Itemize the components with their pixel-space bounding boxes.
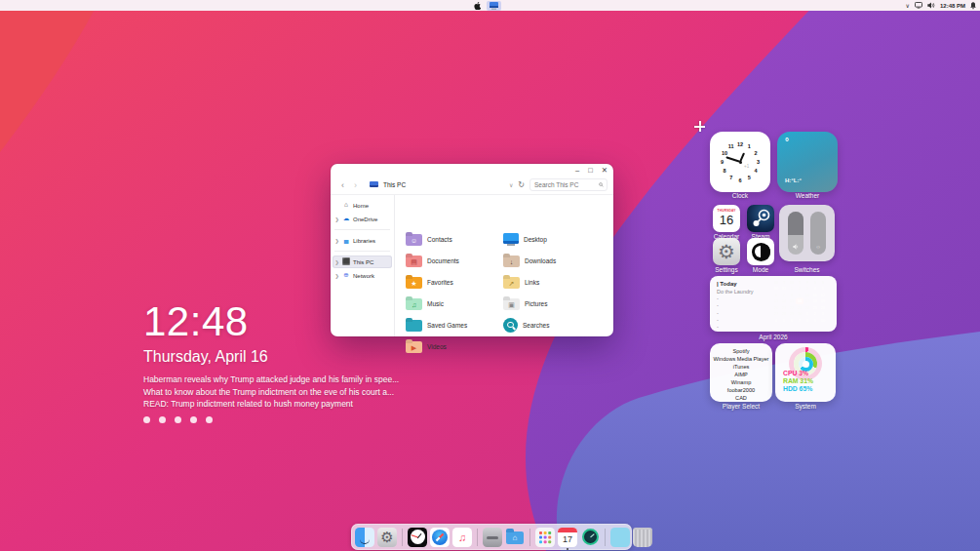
analog-clock-face: 121234567891011+1 [718,139,763,184]
forward-button[interactable]: › [349,180,362,190]
brightness-slider[interactable]: ☼ [810,212,826,255]
close-button[interactable]: ✕ [602,166,608,175]
player-option-windows-media-player[interactable]: Windows Media Player [710,355,772,363]
address-breadcrumb[interactable]: This PC [383,181,406,188]
volume-icon[interactable] [927,2,935,9]
dock-icon-calendar-app[interactable]: 17 [558,528,577,547]
dock-icon-launchpad[interactable] [535,528,555,547]
sidebar-item-home[interactable]: ⌂Home [333,199,392,212]
folder-item-documents[interactable]: ▤Documents [406,251,499,270]
agenda-event: - [717,310,754,317]
search-input[interactable] [534,181,599,188]
weather-widget[interactable]: ° H:°L:° [777,132,838,192]
dock-icon-trash[interactable] [633,528,652,547]
folder-item-searches[interactable]: Searches [503,315,597,335]
volume-slider[interactable] [788,212,804,255]
this-pc-icon: ⬛ [341,258,351,265]
folder-emblem: ↓ [503,256,520,268]
page-dot[interactable] [159,416,166,423]
dock-icon-finder[interactable] [355,528,374,547]
folder-item-contacts[interactable]: ☺Contacts [406,229,499,249]
favorites-folder-icon: ★ [406,277,422,289]
folder-item-music[interactable]: ♫Music [406,294,499,313]
page-dot[interactable] [175,416,181,423]
sidebar-item-network[interactable]: ❯⊕Network [333,269,392,282]
dock-icon-home-folder[interactable] [505,528,525,547]
notifications-bell-icon[interactable] [970,2,976,10]
player-select-widget[interactable]: SpotifyWindows Media PlayeriTunesAIMPWin… [710,343,772,402]
back-button[interactable]: ‹ [336,180,349,190]
folder-emblem: ▤ [406,256,422,268]
agenda-event: Do the Laundry [717,289,754,295]
minimize-button[interactable]: – [575,166,579,175]
folder-item-links[interactable]: ↗Links [503,272,597,292]
sidebar-item-libraries[interactable]: ❯▄Libraries [333,234,392,247]
expand-chevron-icon[interactable]: ❯ [333,216,341,222]
calendar-tile-widget[interactable]: THURSDAY 16 [713,205,740,232]
news-headline-1[interactable]: Haberman reveals why Trump attacked judg… [143,374,397,386]
search-box[interactable] [529,178,608,191]
page-dot[interactable] [206,416,213,423]
news-headline-3[interactable]: READ: Trump indictment related to hush m… [143,398,397,411]
pictures-folder-icon: ▣ [503,298,520,310]
news-headline-2[interactable]: What to know about the Trump indictment … [143,386,397,399]
maximize-button[interactable]: □ [588,166,593,175]
dock-icon-notes[interactable] [610,528,630,547]
chevron-down-icon[interactable]: ∨ [906,3,910,9]
explorer-titlebar[interactable]: – □ ✕ [331,164,613,176]
steam-widget[interactable] [747,205,774,232]
page-dot[interactable] [190,416,197,423]
folder-emblem: ▶ [406,342,422,354]
player-option-foobar2000[interactable]: foobar2000 [710,386,772,394]
dock-icon-safari[interactable] [430,528,450,547]
player-option-aimp[interactable]: AIMP [710,371,772,378]
clock-number: 9 [719,158,726,166]
hdd-usage: HDD 65% [783,385,812,392]
agenda-calendar-widget[interactable]: | Today Do the Laundry----- [710,276,837,332]
clock-widget[interactable]: 121234567891011+1 [710,132,770,192]
agenda-event: - [717,302,754,309]
apple-logo-icon[interactable] [474,2,481,10]
dock-icon-time-machine[interactable] [580,528,600,547]
sidebar-item-this-pc[interactable]: ❯⬛This PC [333,256,392,268]
expand-chevron-icon[interactable]: ❯ [333,273,341,279]
refresh-icon[interactable]: ↻ [518,180,525,189]
sidebar-item-onedrive[interactable]: ❯☁OneDrive [333,213,392,225]
menubar: ∨ 12:48 PM [0,0,980,11]
dock-icon-system-preferences[interactable]: ⚙ [377,528,397,547]
saved-games-folder-icon [406,320,422,332]
compass-icon [432,530,448,545]
dock-icon-hard-drive[interactable] [483,528,502,547]
player-option-spotify[interactable]: Spotify [710,347,772,355]
settings-widget[interactable]: ⚙ [713,238,740,265]
player-option-cad[interactable]: CAD [710,394,772,402]
folder-item-desktop[interactable]: Desktop [503,229,597,249]
menubar-clock[interactable]: 12:48 PM [940,3,965,9]
agenda-today-header: | Today [717,281,737,287]
dock-icon-music-app[interactable]: ♫ [452,528,472,547]
folder-item-saved-games[interactable]: Saved Games [406,315,499,335]
address-dropdown-chevron-icon[interactable]: ∨ [509,181,513,188]
weather-widget-label: Weather [777,192,838,199]
system-monitor-widget[interactable]: CPU 3% RAM 31% HDD 65% [775,343,836,402]
active-app-file-explorer-icon[interactable] [487,1,501,11]
folder-item-label: Videos [427,343,447,350]
display-icon[interactable] [915,2,922,9]
videos-folder-icon: ▶ [406,341,422,353]
folder-item-videos[interactable]: ▶Videos [406,336,499,356]
switches-widget-label: Switches [779,266,835,273]
clock-center-dot [739,161,742,164]
folder-item-label: Saved Games [427,322,467,329]
player-option-itunes[interactable]: iTunes [710,363,772,371]
folder-emblem: ★ [406,278,422,290]
player-option-winamp[interactable]: Winamp [710,378,772,386]
expand-chevron-icon[interactable]: ❯ [333,259,341,265]
dock-icon-clock-app[interactable] [408,528,427,547]
mode-widget[interactable] [747,238,774,265]
folder-item-pictures[interactable]: ▣Pictures [503,294,597,313]
folder-item-favorites[interactable]: ★Favorites [406,272,499,292]
folder-item-downloads[interactable]: ↓Downloads [503,251,597,270]
dock-divider [402,529,403,546]
page-dot[interactable] [143,416,150,423]
expand-chevron-icon[interactable]: ❯ [333,238,341,244]
